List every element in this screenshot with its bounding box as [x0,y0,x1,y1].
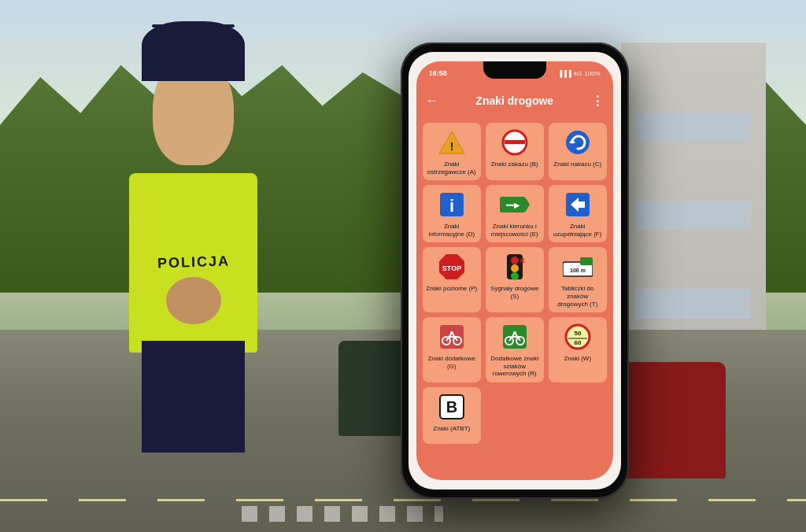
svg-text:━━▶: ━━▶ [505,201,519,209]
building-windows [635,77,751,371]
atbt-label: Znaki (ATBT) [433,425,470,433]
svg-rect-3 [505,140,525,144]
grid-item-w-signs[interactable]: 50 60 Znaki (W) [549,317,607,382]
w-signs-label: Znaki (W) [564,355,591,363]
phone-screen: 16:58 ▐▐▐ 4G 100% ← Znaki drogowe ⋮ [409,52,621,490]
grid-item-warning[interactable]: ! Znaki ostrzegawcze (A) [423,123,481,180]
grid-item-mandatory[interactable]: Znaki nakazu (C) [549,123,607,180]
officer: POLICJA [40,54,346,453]
direction-label: Znaki kierunku i miejscowości (E) [489,223,541,238]
signal-icon: ▐▐▐ [558,70,571,77]
phone-outer: 16:58 ▐▐▐ 4G 100% ← Znaki drogowe ⋮ [401,42,629,499]
app-title: Znaki drogowe [445,94,585,107]
svg-point-26 [450,331,453,334]
status-icons: ▐▐▐ 4G 100% [558,70,601,77]
svg-text:B: B [446,398,457,416]
svg-text:50: 50 [574,330,581,337]
svg-text:!: ! [449,140,453,153]
direction-sign-icon: ━━▶ [500,190,530,220]
informational-label: Znaki informacyjne (D) [426,223,478,238]
svg-marker-9 [525,197,530,212]
supplementary-label: Znaki uzupełniające (F) [552,223,604,238]
menu-button[interactable]: ⋮ [591,94,604,109]
signals-label: Sygnały drogowe (S) [489,285,541,300]
svg-point-17 [511,264,519,272]
horizontal-label: Znaki poziome (P) [426,285,477,293]
officer-cap [142,21,245,81]
warning-triangle-icon: ! [437,127,467,157]
grid-item-bicycle-routes[interactable]: Dodatkowe znaki szlaków rowerowych (R) [486,317,544,382]
officer-cap-brim [152,24,235,28]
sign-grid: ! Znaki ostrzegawcze (A) [423,123,607,444]
bicycle-routes-label: Dodatkowe znaki szlaków rowerowych (R) [489,355,541,378]
b-sign-icon: B [437,392,467,422]
svg-text:✕: ✕ [519,257,525,265]
grid-item-horizontal[interactable]: STOP Znaki poziome (P) [423,247,481,312]
svg-point-18 [511,272,519,280]
prohibition-circle-icon [500,127,530,157]
prohibition-label: Znaki zakazu (B) [491,161,538,168]
grid-item-boards[interactable]: 100 m Tabliczki do znaków drogowych (T) [549,247,607,312]
network-icon: 4G [574,70,582,77]
grid-item-atbt[interactable]: B Znaki (ATBT) [423,387,481,444]
grid-item-direction[interactable]: ━━▶ Znaki kierunku i miejscowości (E) [486,185,544,242]
svg-text:STOP: STOP [442,264,461,272]
stop-sign-icon: STOP [437,252,467,282]
svg-point-16 [511,257,519,264]
grid-item-prohibition[interactable]: Znaki zakazu (B) [486,123,544,180]
officer-vest: POLICJA [129,173,257,353]
warning-label: Znaki ostrzegawcze (A) [426,161,478,175]
grid-item-supplementary[interactable]: Znaki uzupełniające (F) [549,185,607,242]
zebra-crossing [242,506,443,523]
distance-board-icon: 100 m [563,252,593,282]
boards-label: Tabliczki do znaków drogowych (T) [552,285,604,308]
mandatory-label: Znaki nakazu (C) [553,161,601,168]
status-time: 16:58 [429,69,447,77]
additional-label: Znaki dodatkowe (G) [426,355,478,370]
officer-hands [166,277,221,325]
officer-legs [142,341,245,453]
svg-text:i: i [449,196,454,216]
officer-body: POLICJA [102,54,285,453]
arrow-sign-icon [563,190,593,220]
battery-icon: 100% [584,70,600,77]
app-content: ! Znaki ostrzegawcze (A) [416,116,613,480]
phone: 16:58 ▐▐▐ 4G 100% ← Znaki drogowe ⋮ [401,42,629,499]
grid-item-informational[interactable]: i Znaki informacyjne (D) [423,185,481,242]
svg-rect-21 [580,257,593,265]
info-square-icon: i [437,190,467,220]
back-button[interactable]: ← [426,94,438,108]
grid-item-additional[interactable]: Znaki dodatkowe (G) [423,317,481,382]
svg-text:100 m: 100 m [570,268,586,273]
bicycle-sign-icon [437,322,467,352]
app-header: ← Znaki drogowe ⋮ [416,85,613,116]
phone-notch [483,61,546,79]
svg-point-30 [513,331,516,334]
grid-item-signals[interactable]: ✕ Sygnały drogowe (S) [486,247,544,312]
officer-vest-text: POLICJA [157,253,230,272]
road-lines [0,499,806,501]
svg-text:60: 60 [574,339,581,346]
mandatory-circle-icon [563,127,593,157]
route-sign-icon [500,322,530,352]
traffic-signal-icon: ✕ [500,252,530,282]
speed-sign-icon: 50 60 [563,322,593,352]
